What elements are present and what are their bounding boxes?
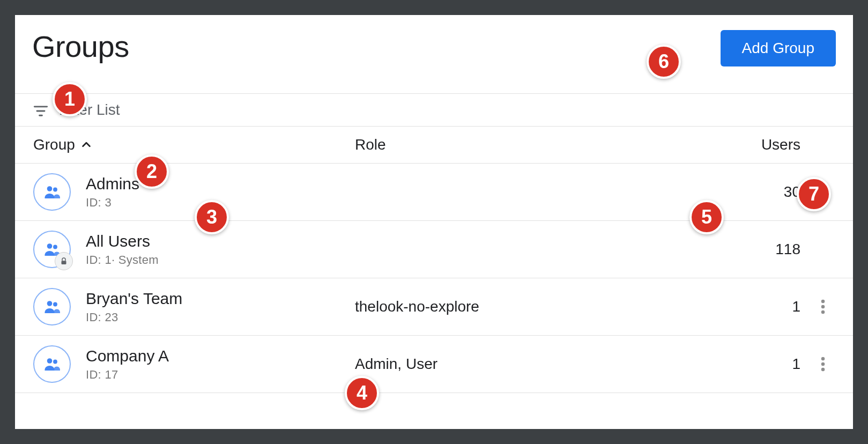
- callout-3: 3: [195, 200, 229, 234]
- callout-7: 7: [797, 177, 831, 211]
- callout-2: 2: [135, 154, 169, 189]
- users-cell: 118: [672, 241, 811, 258]
- group-name: Bryan's Team: [86, 289, 182, 308]
- svg-point-4: [53, 188, 57, 192]
- svg-point-15: [821, 310, 825, 314]
- column-header-group[interactable]: Group: [33, 136, 355, 153]
- group-subtext: ID: 17: [86, 368, 169, 382]
- table-row[interactable]: Bryan's TeamID: 23thelook-no-explore1: [15, 278, 853, 336]
- group-subtext: ID: 1· System: [86, 253, 159, 267]
- groups-panel: Groups Add Group Filter List Group Role …: [15, 15, 853, 429]
- callout-4: 4: [345, 376, 379, 410]
- group-name: All Users: [86, 232, 159, 251]
- svg-point-3: [47, 186, 53, 191]
- group-avatar-icon: [33, 173, 71, 211]
- column-header-role[interactable]: Role: [355, 136, 672, 153]
- filter-bar[interactable]: Filter List: [15, 93, 853, 127]
- page-header: Groups Add Group: [15, 15, 853, 66]
- users-cell: 30: [672, 183, 811, 201]
- group-name: Admins: [86, 174, 139, 194]
- sort-ascending-icon: [80, 139, 92, 151]
- group-cell: All UsersID: 1· System: [33, 231, 355, 268]
- group-subtext: ID: 3: [86, 196, 139, 210]
- row-actions-button[interactable]: [818, 353, 828, 375]
- lock-icon: [55, 252, 73, 270]
- svg-point-20: [821, 368, 825, 372]
- page-title: Groups: [32, 30, 129, 63]
- column-header-users[interactable]: Users: [672, 136, 811, 153]
- svg-point-16: [47, 358, 53, 364]
- group-cell: AdminsID: 3: [33, 173, 355, 211]
- svg-point-17: [53, 360, 57, 364]
- add-group-button[interactable]: Add Group: [721, 30, 836, 66]
- group-subtext: ID: 23: [86, 310, 182, 324]
- group-avatar-icon: [33, 345, 71, 383]
- callout-5: 5: [689, 200, 724, 234]
- callout-6: 6: [647, 45, 681, 79]
- users-cell: 1: [672, 298, 811, 315]
- svg-point-13: [821, 300, 825, 304]
- svg-point-12: [53, 302, 57, 307]
- group-cell: Bryan's TeamID: 23: [33, 288, 355, 325]
- svg-point-18: [821, 357, 825, 361]
- group-avatar-icon: [33, 231, 71, 268]
- svg-rect-10: [62, 261, 66, 264]
- svg-point-9: [53, 245, 57, 249]
- svg-point-14: [821, 305, 825, 309]
- group-name: Company A: [86, 346, 169, 366]
- row-actions-button[interactable]: [818, 295, 828, 318]
- filter-icon: [33, 103, 48, 116]
- role-cell: Admin, User: [355, 356, 672, 373]
- svg-point-8: [47, 243, 53, 249]
- callout-1: 1: [53, 82, 87, 116]
- users-cell: 1: [672, 356, 811, 373]
- svg-point-11: [47, 301, 53, 306]
- svg-point-19: [821, 362, 825, 366]
- table-row[interactable]: Company AID: 17Admin, User1: [15, 336, 853, 393]
- group-cell: Company AID: 17: [33, 345, 355, 383]
- role-cell: thelook-no-explore: [355, 298, 672, 315]
- group-avatar-icon: [33, 288, 71, 325]
- table-row[interactable]: All UsersID: 1· System118: [15, 221, 853, 278]
